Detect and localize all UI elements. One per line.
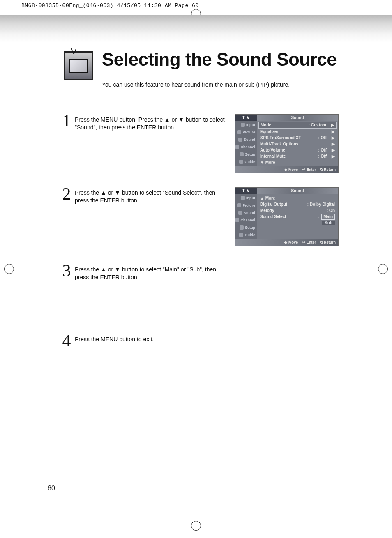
- osd-row: Melody: On: [258, 207, 337, 214]
- sound-select-sub: Sub: [322, 221, 335, 225]
- osd-side-item: Setup: [235, 151, 257, 158]
- return-icon: ⧉: [320, 240, 323, 245]
- osd-footer: ◆Move ⏎Enter ⧉Return: [235, 239, 338, 246]
- osd-row: [258, 232, 337, 238]
- osd-row: ▲ More: [258, 195, 337, 201]
- osd-side-item: Sound: [235, 209, 257, 216]
- osd-side-item: Input: [235, 121, 257, 129]
- osd-side-item: Channel: [235, 216, 257, 224]
- osd-footer: ◆Move ⏎Enter ⧉Return: [235, 166, 338, 173]
- osd-side-item: Sound: [235, 136, 257, 143]
- page-title: Selecting the Sound Source: [102, 49, 337, 70]
- tv-screen-icon: [69, 59, 88, 73]
- osd-row: Mode: Custom▶: [258, 122, 337, 129]
- osd-row: Multi-Track Options▶: [258, 141, 337, 147]
- step-number: 1: [60, 114, 73, 128]
- step-text: Press the MENU button. Press the ▲ or ▼ …: [75, 114, 227, 131]
- osd-row: ▼ More: [258, 159, 337, 166]
- header-gradient: [0, 15, 392, 43]
- osd-title: Sound: [257, 188, 338, 194]
- osd-row: Equalizer▶: [258, 129, 337, 135]
- osd-screenshot-2: T V Sound Input Picture Sound Channel Se…: [235, 187, 339, 246]
- osd-row: Internal Mute: Off▶: [258, 153, 337, 159]
- step-text: Press the ▲ or ▼ button to select "Main"…: [75, 264, 227, 281]
- tv-icon: ⋁: [64, 51, 93, 80]
- enter-icon: ⏎: [302, 240, 305, 244]
- osd-side-item: Guide: [235, 158, 257, 166]
- osd-row: [258, 226, 337, 232]
- osd-screenshot-1: T V Sound Input Picture Sound Channel Se…: [235, 114, 339, 173]
- osd-side-item: Picture: [235, 129, 257, 136]
- osd-side-item: Guide: [235, 231, 257, 239]
- step-text: Press the ▲ or ▼ button to select "Sound…: [75, 187, 227, 205]
- updown-icon: ◆: [284, 240, 287, 244]
- page-number: 60: [48, 485, 55, 492]
- osd-row: Sub: [258, 220, 337, 226]
- osd-side-item: Picture: [235, 202, 257, 209]
- crop-mark-bottom: [188, 517, 204, 534]
- crop-mark-left: [1, 261, 17, 277]
- step-number: 3: [60, 264, 73, 278]
- osd-tv-label: T V: [235, 115, 257, 121]
- return-icon: ⧉: [320, 168, 323, 172]
- osd-side-item: Setup: [235, 224, 257, 231]
- crop-mark-right: [375, 261, 391, 277]
- updown-icon: ◆: [284, 168, 287, 172]
- antenna-icon: ⋁: [71, 47, 76, 55]
- osd-side-item: Input: [235, 194, 257, 202]
- osd-row: Sound Select:Main: [258, 214, 337, 220]
- step-number: 2: [60, 187, 73, 201]
- osd-row: Auto Volume: Off▶: [258, 147, 337, 153]
- print-header: BN68-00835D-00Eng_(046~063) 4/15/05 11:3…: [21, 2, 199, 9]
- osd-title: Sound: [257, 115, 338, 121]
- osd-tv-label: T V: [235, 188, 257, 194]
- osd-row: SRS TruSurround XT: Off▶: [258, 135, 337, 141]
- sound-select-main: Main: [321, 214, 335, 220]
- step-text: Press the MENU button to exit.: [75, 334, 227, 343]
- page-subtitle: You can use this feature to hear sound f…: [102, 81, 290, 88]
- osd-side-item: Channel: [235, 143, 257, 151]
- osd-row: Digital Output: Dolby Digital: [258, 201, 337, 207]
- step-number: 4: [60, 334, 73, 348]
- enter-icon: ⏎: [302, 168, 305, 172]
